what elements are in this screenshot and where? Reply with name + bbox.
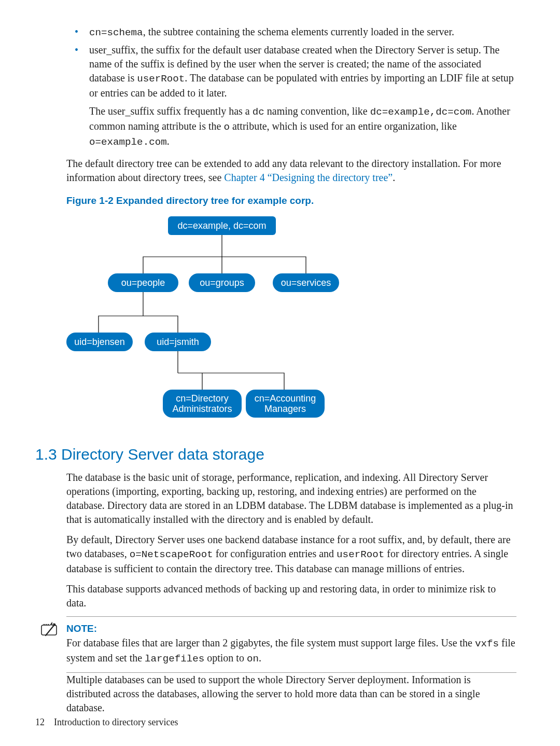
diagram-node-directory-admins: cn=Directory Administrators xyxy=(163,390,242,418)
paragraph-2: By default, Directory Server uses one ba… xyxy=(66,533,516,576)
body-text: attribute, which is used for an entire o… xyxy=(230,120,457,132)
diagram-node-root: dc=example, dc=com xyxy=(168,216,276,235)
diagram-node-bjensen: uid=bjensen xyxy=(66,333,133,351)
diagram-node-label: ou=services xyxy=(281,278,331,288)
note-label: NOTE: xyxy=(66,622,516,636)
page: cn=schema, the subtree containing the sc… xyxy=(0,0,560,746)
svg-point-10 xyxy=(48,624,49,625)
diagram-node-label: cn=Accounting xyxy=(255,393,316,404)
diagram-node-label: ou=people xyxy=(121,278,165,288)
paragraph-3: This database supports advanced methods … xyxy=(66,582,516,610)
chapter-link[interactable]: Chapter 4 “Designing the directory tree” xyxy=(224,172,393,183)
body-text: . xyxy=(259,652,261,664)
code-text: userRoot xyxy=(137,73,185,85)
code-text: o=NetscapeRoot xyxy=(130,549,213,560)
footer-title: Introduction to directory services xyxy=(54,717,178,727)
code-text: dc=example,dc=com xyxy=(370,106,472,118)
page-footer: 12Introduction to directory services xyxy=(35,716,178,728)
bullet-item-schema: cn=schema, the subtree containing the sc… xyxy=(80,25,516,40)
body-text: for configuration entries and xyxy=(213,548,337,559)
bullet-subparagraph: The user_suffix suffix frequently has a … xyxy=(89,104,516,149)
figure-caption: Figure 1-2 Expanded directory tree for e… xyxy=(66,194,516,208)
body-text: naming convention, like xyxy=(264,105,370,117)
bullet-item-usersuffix: user_suffix, the suffix for the default … xyxy=(80,43,516,149)
diagram-node-label: uid=jsmith xyxy=(157,337,199,347)
page-number: 12 xyxy=(35,717,45,727)
diagram-node-label: Managers xyxy=(264,404,306,414)
diagram-node-services: ou=services xyxy=(273,273,339,292)
diagram-node-label: dc=example, dc=com xyxy=(177,220,266,231)
diagram-svg: dc=example, dc=com ou=people ou=groups o… xyxy=(66,212,388,430)
body-text: . xyxy=(393,172,395,183)
diagram-node-label: Administrators xyxy=(172,404,232,414)
section-heading: 1.3 Directory Server data storage xyxy=(35,444,516,465)
note-block: NOTE: For database files that are larger… xyxy=(66,616,516,673)
paragraph-after-bullets: The default directory tree can be extend… xyxy=(66,157,516,185)
diagram-node-groups: ou=groups xyxy=(189,273,255,292)
body-text: , the subtree containing the schema elem… xyxy=(143,26,454,37)
svg-point-9 xyxy=(46,624,47,625)
note-icon xyxy=(40,620,59,639)
code-text: vxfs xyxy=(475,638,499,650)
code-text: userRoot xyxy=(337,549,384,560)
code-text: largefiles xyxy=(145,653,204,665)
body-text: The user_suffix suffix frequently has a xyxy=(89,105,253,117)
diagram-node-jsmith: uid=jsmith xyxy=(145,333,211,351)
paragraph-after-note: Multiple databases can be used to suppor… xyxy=(66,673,516,715)
diagram-node-label: uid=bjensen xyxy=(74,337,125,347)
body-text: . xyxy=(167,135,170,147)
diagram-node-label: ou=groups xyxy=(200,278,244,288)
diagram-node-people: ou=people xyxy=(108,273,178,292)
page-content: cn=schema, the subtree containing the sc… xyxy=(66,25,516,715)
code-text: o=example.com xyxy=(89,136,167,148)
directory-tree-diagram: dc=example, dc=com ou=people ou=groups o… xyxy=(66,212,516,434)
diagram-node-accounting-managers: cn=Accounting Managers xyxy=(246,390,325,418)
code-text: o xyxy=(223,121,230,133)
diagram-node-label: cn=Directory xyxy=(176,393,229,404)
bullet-list: cn=schema, the subtree containing the sc… xyxy=(66,25,516,149)
paragraph-1: The database is the basic unit of storag… xyxy=(66,471,516,527)
body-text: option to xyxy=(204,652,247,664)
code-text: dc xyxy=(253,106,264,118)
svg-point-8 xyxy=(44,624,45,625)
body-text: For database files that are larger than … xyxy=(66,637,475,648)
code-text: cn=schema xyxy=(89,27,143,38)
code-text: on xyxy=(247,653,259,665)
note-body: For database files that are larger than … xyxy=(66,636,516,666)
